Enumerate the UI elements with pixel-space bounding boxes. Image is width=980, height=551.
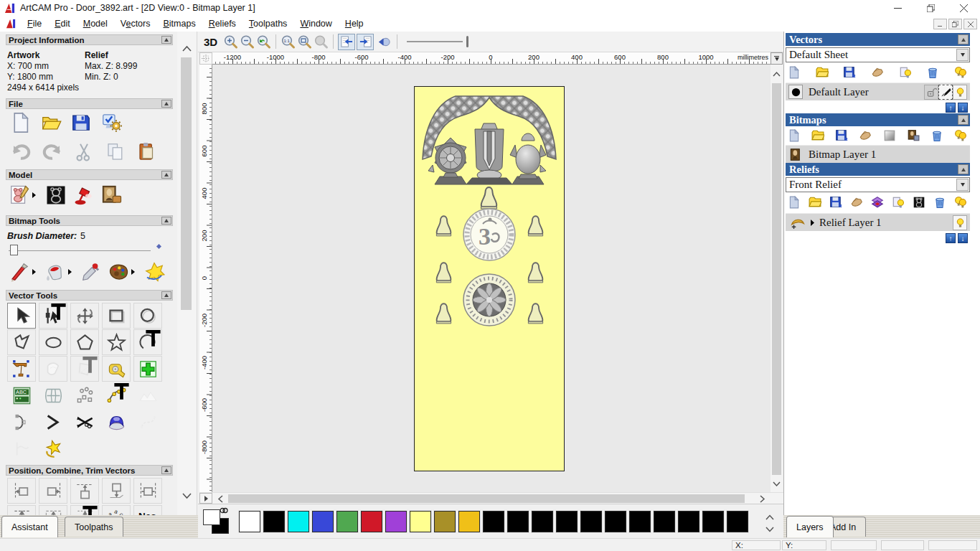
menu-file[interactable]: File [21, 17, 48, 31]
fit-arcs-tool[interactable] [102, 382, 131, 408]
collapse-button[interactable] [958, 34, 969, 44]
mdi-minimize-button[interactable] [933, 19, 947, 29]
flyout-icon[interactable] [32, 192, 36, 198]
menu-toolpaths[interactable]: Toolpaths [242, 17, 294, 31]
r-bulbs-icon[interactable] [954, 196, 967, 209]
close-button[interactable] [947, 0, 980, 16]
tab-assistant[interactable]: Assistant [1, 516, 58, 537]
scroll-up-icon[interactable] [179, 42, 194, 55]
scroll-right-icon[interactable] [758, 495, 768, 502]
colour-swatch[interactable] [385, 511, 407, 532]
collapse-button[interactable] [161, 100, 171, 108]
r-save-icon[interactable] [829, 196, 842, 209]
colour-swatch[interactable] [312, 511, 334, 532]
vector-layer-row[interactable]: Default Layer [786, 83, 970, 100]
align-bottom-tool[interactable] [102, 478, 131, 504]
envelope-tool[interactable] [39, 382, 67, 408]
scroll-down-icon[interactable] [771, 479, 783, 489]
save-file-icon[interactable] [70, 112, 92, 133]
colour-swatch[interactable] [434, 511, 456, 532]
zoom-object-icon[interactable] [297, 34, 312, 50]
colour-swatch[interactable] [288, 511, 309, 532]
r-import-icon[interactable] [859, 129, 872, 142]
r-import-icon[interactable] [871, 66, 884, 79]
circle-tool[interactable] [133, 303, 162, 329]
restore-button[interactable] [914, 0, 947, 16]
greyscale-model-icon[interactable] [45, 184, 67, 206]
r-bulbpage-icon[interactable] [892, 196, 905, 209]
colour-swatch[interactable] [361, 511, 382, 532]
link-colours-icon[interactable] [220, 507, 228, 514]
paste-icon[interactable] [136, 141, 158, 163]
layer-visibility-icon[interactable] [953, 85, 967, 100]
align-centre-tool[interactable] [133, 478, 162, 504]
r-trash-icon[interactable] [926, 66, 939, 79]
zoom-in-icon[interactable] [223, 34, 238, 50]
flyout-icon[interactable] [131, 269, 135, 275]
load-image-icon[interactable] [101, 184, 123, 206]
collapse-button[interactable] [161, 466, 171, 474]
rectangle-tool[interactable] [102, 303, 131, 329]
palette-icon[interactable] [108, 261, 129, 283]
dropdown-icon[interactable] [956, 179, 969, 191]
assistant-scrollbar[interactable] [177, 32, 197, 515]
edit-layer-icon[interactable] [938, 85, 953, 100]
r-import-icon[interactable] [850, 196, 863, 209]
colour-swatch[interactable] [727, 511, 748, 532]
measure-tool[interactable] [102, 356, 131, 382]
cut-icon[interactable] [73, 141, 95, 163]
paste-along-tool[interactable] [70, 382, 99, 408]
zoom-ratio-icon[interactable]: 1:1 [281, 34, 296, 50]
minimize-button[interactable] [881, 0, 914, 16]
menu-vectors[interactable]: Vectors [114, 17, 157, 31]
collapse-button[interactable] [161, 36, 171, 44]
expand-icon[interactable] [810, 220, 815, 226]
r-trash-icon[interactable] [933, 196, 946, 209]
move-layer-down-button[interactable]: ↓ [958, 233, 968, 243]
zoom-drawing-icon[interactable] [314, 34, 329, 50]
snap-right-button[interactable] [357, 34, 374, 50]
unwrap-tool[interactable] [133, 382, 162, 408]
ruler-toggle-button[interactable] [199, 493, 212, 504]
polyline-tool[interactable] [7, 329, 36, 355]
copy-icon[interactable] [105, 141, 126, 163]
primary-secondary-colour-selector[interactable] [203, 509, 230, 537]
zoom-out-icon[interactable] [240, 34, 255, 50]
colour-swatch[interactable] [336, 511, 358, 532]
scrollbar-thumb[interactable] [772, 83, 781, 475]
colour-swatch[interactable] [532, 511, 553, 532]
scrollbar-thumb[interactable] [228, 494, 745, 503]
redo-icon[interactable] [42, 141, 63, 163]
r-save-icon[interactable] [843, 66, 856, 79]
align-top-tool[interactable] [70, 478, 99, 504]
r-folder-icon[interactable] [816, 66, 829, 79]
colour-swatch[interactable] [410, 511, 431, 532]
canvas-horizontal-scrollbar[interactable] [199, 492, 783, 504]
colour-swatch[interactable] [239, 511, 260, 532]
menu-model[interactable]: Model [77, 17, 114, 31]
r-trash-icon[interactable] [930, 129, 943, 142]
menu-edit[interactable]: Edit [48, 17, 77, 31]
ruler-origin-button[interactable] [199, 52, 212, 65]
spline-tool[interactable] [133, 409, 162, 435]
text-block-tool[interactable]: ABC [7, 382, 36, 408]
mdi-close-button[interactable] [963, 19, 977, 29]
star-wizard-tool[interactable] [39, 435, 67, 461]
nesting-tool[interactable]: Nes [133, 505, 162, 515]
r-bulbs-icon[interactable] [954, 129, 967, 142]
undo-icon[interactable] [10, 141, 32, 163]
ruler-units-button[interactable] [771, 52, 783, 65]
merge-add-tool[interactable] [133, 356, 162, 382]
snap-left-button[interactable] [338, 34, 355, 50]
menu-bitmaps[interactable]: Bitmaps [156, 17, 202, 31]
extrude-tool[interactable] [102, 409, 131, 435]
brush-slider-handle[interactable] [10, 245, 18, 255]
relief-select[interactable]: Front Relief [786, 177, 970, 192]
3d-view-button[interactable]: 3D [204, 36, 217, 48]
r-save-icon[interactable] [835, 129, 848, 142]
move-layer-up-button[interactable]: ↑ [946, 103, 956, 113]
scatter-text-tool[interactable]: aac [102, 505, 131, 515]
new-file-icon[interactable] [10, 112, 32, 133]
lighting-icon[interactable] [73, 184, 95, 206]
colour-swatch[interactable] [483, 511, 504, 532]
